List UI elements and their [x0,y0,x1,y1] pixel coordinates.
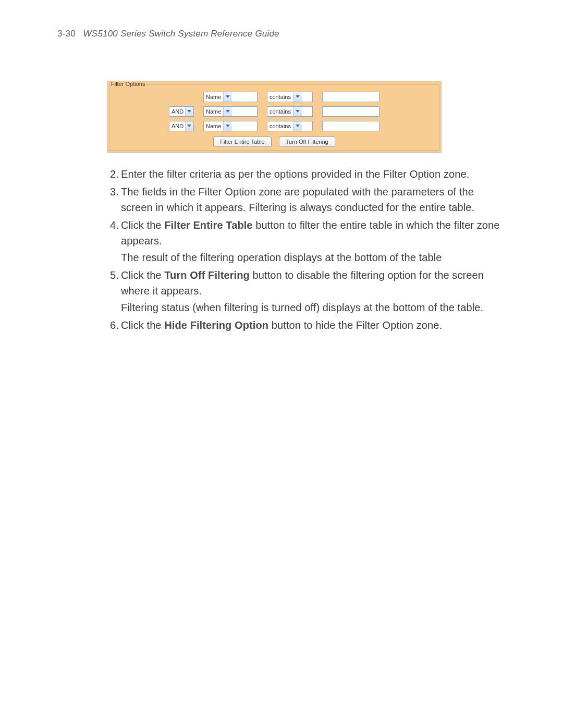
operator-dropdown[interactable]: contains [267,106,313,117]
bold-text: Turn Off Filtering [164,269,250,281]
step-paragraph: Click the Turn Off Filtering button to d… [121,267,506,299]
step-body: The fields in the Filter Option zone are… [121,184,506,215]
step-paragraph: The result of the filtering operation di… [121,250,506,265]
step-number: 3. [105,184,121,215]
operator-dropdown[interactable]: contains [267,92,313,102]
filter-value-input[interactable] [322,92,380,102]
page-number: 3-30 [57,29,76,39]
step-body: Enter the filter criteria as per the opt… [121,166,506,182]
filter-row: ANDNamecontains [113,121,436,131]
step-paragraph: Click the Filter Entire Table button to … [121,217,506,249]
logic-dropdown-value: AND [169,107,185,116]
field-dropdown-value: Name [204,121,223,131]
field-dropdown[interactable]: Name [203,106,258,117]
step-body: Click the Hide Filtering Option button t… [121,317,506,333]
turn-off-filtering-button[interactable]: Turn Off Filtering [279,137,335,147]
chevron-down-icon [185,107,193,116]
bold-text: Hide Filtering Option [164,319,268,331]
filter-options-panel: Filter Options NamecontainsANDNamecontai… [107,81,442,153]
operator-dropdown-value: contains [267,107,293,116]
instruction-steps: 2.Enter the filter criteria as per the o… [57,166,506,333]
field-dropdown-value: Name [204,92,223,102]
field-dropdown-value: Name [204,107,223,116]
filter-row: ANDNamecontains [113,106,436,117]
logic-spacer [169,92,194,102]
page: 3-30 WS5100 Series Switch System Referen… [0,0,563,728]
step-item: 5.Click the Turn Off Filtering button to… [105,267,506,315]
logic-dropdown-value: AND [169,121,185,131]
chevron-down-icon [293,92,302,102]
operator-dropdown-value: contains [267,121,293,131]
step-number: 6. [105,317,121,333]
chevron-down-icon [185,121,193,131]
operator-dropdown[interactable]: contains [267,121,313,131]
text-run: Click the [121,219,164,231]
step-number: 2. [105,166,121,182]
step-item: 4.Click the Filter Entire Table button t… [105,217,506,265]
step-body: Click the Turn Off Filtering button to d… [121,267,506,315]
step-paragraph: The fields in the Filter Option zone are… [121,184,506,215]
doc-title: WS5100 Series Switch System Reference Gu… [83,29,279,39]
filter-value-input[interactable] [322,121,380,131]
page-header: 3-30 WS5100 Series Switch System Referen… [57,29,506,39]
field-dropdown[interactable]: Name [203,121,258,131]
step-paragraph: Click the Hide Filtering Option button t… [121,317,506,333]
step-paragraph: Enter the filter criteria as per the opt… [121,166,506,182]
step-number: 5. [105,267,121,315]
step-item: 2.Enter the filter criteria as per the o… [105,166,506,182]
step-paragraph: Filtering status (when filtering is turn… [121,300,506,315]
text-run: button to hide the Filter Option zone. [268,319,442,331]
chevron-down-icon [223,92,232,102]
chevron-down-icon [223,121,232,131]
bold-text: Filter Entire Table [164,219,252,231]
text-run: Enter the filter criteria as per the opt… [121,168,469,180]
text-run: Click the [121,319,164,331]
field-dropdown[interactable]: Name [203,92,258,102]
step-number: 4. [105,217,121,265]
filter-buttons-row: Filter Entire Table Turn Off Filtering [113,137,436,147]
step-item: 3.The fields in the Filter Option zone a… [105,184,506,215]
logic-dropdown[interactable]: AND [169,106,194,117]
chevron-down-icon [293,121,302,131]
logic-dropdown[interactable]: AND [169,121,194,131]
chevron-down-icon [223,107,232,116]
chevron-down-icon [293,107,302,116]
filter-row: Namecontains [113,92,436,102]
step-item: 6.Click the Hide Filtering Option button… [105,317,506,333]
filter-rows: NamecontainsANDNamecontainsANDNamecontai… [113,92,436,131]
step-body: Click the Filter Entire Table button to … [121,217,506,265]
text-run: Filtering status (when filtering is turn… [121,302,483,313]
filter-options-legend: Filter Options [110,81,146,87]
text-run: The fields in the Filter Option zone are… [121,186,474,213]
text-run: Click the [121,269,164,281]
filter-entire-table-button[interactable]: Filter Entire Table [213,137,271,147]
filter-value-input[interactable] [322,106,380,117]
text-run: The result of the filtering operation di… [121,252,442,263]
operator-dropdown-value: contains [267,92,293,102]
filter-options-screenshot: Filter Options NamecontainsANDNamecontai… [107,81,442,153]
